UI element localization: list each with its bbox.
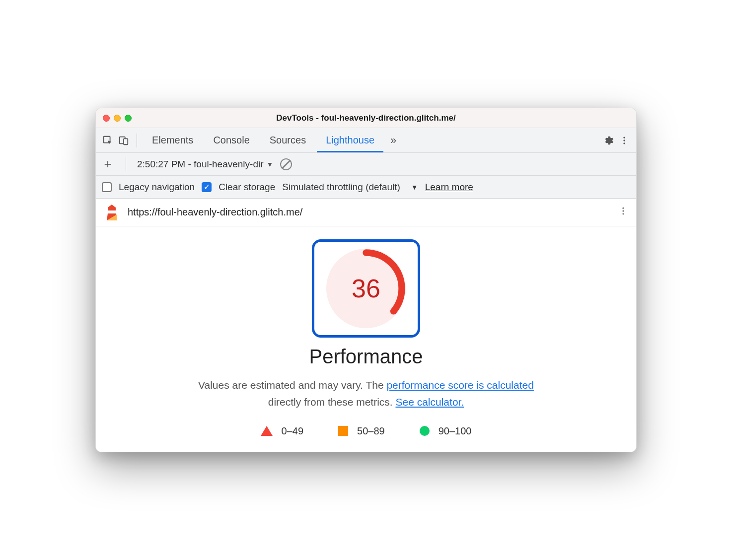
- legend-low-label: 0–49: [282, 425, 304, 437]
- score-legend: 0–49 50–89 90–100: [261, 425, 472, 437]
- divider: [137, 134, 137, 147]
- legend-high-label: 90–100: [439, 425, 472, 437]
- legend-high: 90–100: [420, 425, 472, 437]
- circle-icon: [420, 426, 430, 436]
- report-url: https://foul-heavenly-direction.glitch.m…: [128, 207, 302, 218]
- desc-text: directly from these metrics.: [268, 396, 396, 408]
- lighthouse-toolbar: + 2:50:27 PM - foul-heavenly-dir ▼: [96, 153, 636, 176]
- performance-score: 36: [326, 249, 406, 328]
- legend-mid: 50–89: [338, 425, 385, 437]
- close-window-button[interactable]: [103, 115, 110, 122]
- svg-point-3: [623, 137, 625, 138]
- titlebar: DevTools - foul-heavenly-direction.glitc…: [96, 108, 636, 128]
- report-selector[interactable]: 2:50:27 PM - foul-heavenly-dir ▼: [137, 159, 273, 170]
- chevron-down-icon: ▼: [267, 160, 274, 168]
- performance-title: Performance: [309, 346, 423, 368]
- divider: [126, 157, 126, 171]
- more-tabs-icon[interactable]: »: [385, 134, 401, 147]
- tab-sources[interactable]: Sources: [261, 128, 315, 152]
- performance-description: Values are estimated and may vary. The p…: [198, 377, 534, 410]
- svg-rect-2: [124, 139, 128, 144]
- window-controls: [103, 115, 132, 122]
- clear-storage-label: Clear storage: [219, 182, 275, 193]
- throttling-label: Simulated throttling (default): [282, 182, 400, 193]
- report-menu-icon[interactable]: [618, 206, 628, 218]
- lighthouse-report: 36 Performance Values are estimated and …: [96, 226, 636, 451]
- desc-text: Values are estimated and may vary. The: [198, 379, 386, 391]
- chevron-down-icon: ▼: [411, 183, 418, 191]
- lighthouse-icon: [104, 204, 120, 221]
- tab-elements[interactable]: Elements: [143, 128, 202, 152]
- lighthouse-options: Legacy navigation ✓ Clear storage Simula…: [96, 176, 636, 199]
- legacy-navigation-label: Legacy navigation: [119, 182, 195, 193]
- zoom-window-button[interactable]: [125, 115, 132, 122]
- performance-gauge[interactable]: 36: [326, 249, 406, 328]
- svg-point-5: [623, 142, 625, 144]
- tab-console[interactable]: Console: [204, 128, 258, 152]
- svg-rect-6: [109, 210, 115, 213]
- see-calculator-link[interactable]: See calculator.: [395, 396, 464, 408]
- svg-point-7: [622, 208, 624, 209]
- svg-point-9: [622, 213, 624, 215]
- legacy-navigation-checkbox[interactable]: [102, 182, 112, 192]
- performance-gauge-highlight: 36: [312, 239, 420, 338]
- devtools-window: DevTools - foul-heavenly-direction.glitc…: [95, 108, 637, 452]
- score-calculated-link[interactable]: performance score is calculated: [386, 379, 533, 391]
- learn-more-link[interactable]: Learn more: [425, 182, 473, 193]
- legend-low: 0–49: [261, 425, 304, 437]
- minimize-window-button[interactable]: [114, 115, 121, 122]
- throttling-selector[interactable]: Simulated throttling (default) ▼: [282, 182, 418, 193]
- svg-point-4: [623, 140, 625, 141]
- tab-lighthouse[interactable]: Lighthouse: [317, 128, 383, 152]
- legend-mid-label: 50–89: [357, 425, 385, 437]
- kebab-menu-icon[interactable]: [617, 134, 631, 147]
- inspect-icon[interactable]: [101, 134, 115, 147]
- svg-point-8: [622, 210, 624, 212]
- clear-storage-checkbox[interactable]: ✓: [202, 182, 212, 192]
- triangle-icon: [261, 426, 273, 436]
- devtools-tabbar: Elements Console Sources Lighthouse »: [96, 128, 636, 153]
- report-url-bar: https://foul-heavenly-direction.glitch.m…: [96, 199, 636, 226]
- report-selector-label: 2:50:27 PM - foul-heavenly-dir: [137, 159, 264, 170]
- square-icon: [338, 426, 348, 436]
- clear-icon[interactable]: [280, 158, 292, 170]
- window-title: DevTools - foul-heavenly-direction.glitc…: [96, 113, 636, 123]
- gear-icon[interactable]: [601, 134, 615, 147]
- device-toggle-icon[interactable]: [117, 134, 131, 147]
- new-report-button[interactable]: +: [101, 156, 115, 172]
